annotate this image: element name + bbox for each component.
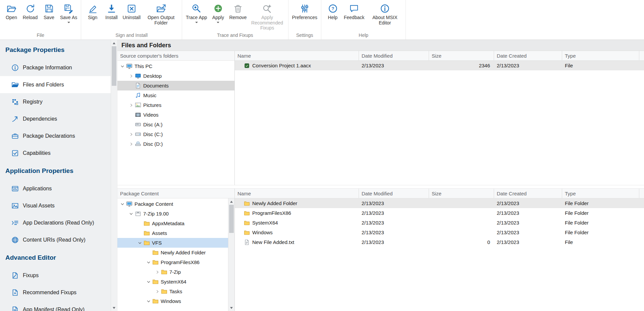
column-header-type[interactable]: Type bbox=[562, 51, 639, 60]
install-button[interactable]: Install bbox=[102, 1, 121, 21]
apply-recommended-fixups-button[interactable]: Apply Recommended Fixups bbox=[249, 1, 286, 32]
sidebar-scrollbar-track[interactable] bbox=[111, 46, 117, 305]
help-button[interactable]: ?Help bbox=[323, 1, 342, 21]
tree-item-programfilesx86[interactable]: ProgramFilesX86 bbox=[117, 257, 234, 267]
date-created-cell: 2/13/2023 bbox=[494, 61, 562, 70]
chevron-collapsed-icon[interactable] bbox=[127, 141, 135, 147]
tree-item-this-pc[interactable]: This PC bbox=[117, 61, 234, 71]
tree-item-desktop[interactable]: Desktop bbox=[117, 71, 234, 81]
column-header-date-modified[interactable]: Date Modified bbox=[359, 51, 429, 60]
chevron-spacer bbox=[127, 83, 135, 88]
feedback-button[interactable]: Feedback bbox=[342, 1, 366, 21]
sidebar-scroll-up-button[interactable] bbox=[111, 40, 117, 46]
tree-item-newly-added-folder[interactable]: Newly Added Folder bbox=[117, 248, 234, 257]
column-header-size[interactable]: Size bbox=[429, 51, 494, 60]
tree-item-music[interactable]: Music bbox=[117, 90, 234, 100]
tree-item-windows[interactable]: Windows bbox=[117, 296, 234, 306]
panel-splitter[interactable] bbox=[117, 185, 644, 188]
msix-editor-window: OpenReloadSaveSave AsFileSignInstallUnin… bbox=[0, 0, 644, 311]
sidebar-item-capabilities[interactable]: Capabilities bbox=[0, 144, 111, 162]
sidebar-item-app-declarations-read-only[interactable]: App Declarations (Read Only) bbox=[0, 214, 111, 231]
sidebar-item-visual-assets[interactable]: Visual Assets bbox=[0, 197, 111, 214]
package-tree-scrollbar[interactable] bbox=[228, 198, 234, 311]
file-row-newly-added-folder[interactable]: Newly Added Folder2/13/20232/13/2023File… bbox=[235, 198, 644, 208]
sidebar-scroll-down-button[interactable] bbox=[111, 305, 117, 311]
chevron-expanded-icon[interactable] bbox=[145, 260, 152, 265]
tree-scrollbar-track[interactable] bbox=[228, 205, 234, 305]
sign-button[interactable]: Sign bbox=[83, 1, 102, 21]
tree-item-vfs[interactable]: VFS bbox=[117, 238, 234, 248]
column-header-date-created[interactable]: Date Created bbox=[494, 51, 562, 60]
tree-item-package-content[interactable]: Package Content bbox=[117, 199, 234, 209]
chevron-expanded-icon[interactable] bbox=[119, 201, 126, 207]
about-msix-editor-button[interactable]: About MSIX Editor bbox=[366, 1, 404, 26]
sidebar-item-app-manifest-read-only[interactable]: App Manifest (Read Only) bbox=[0, 301, 111, 311]
uninstall-button[interactable]: Uninstall bbox=[121, 1, 142, 21]
date-modified-cell: 2/13/2023 bbox=[359, 208, 429, 218]
open-button[interactable]: Open bbox=[2, 1, 21, 21]
chevron-collapsed-icon[interactable] bbox=[127, 103, 135, 108]
chevron-expanded-icon[interactable] bbox=[136, 240, 144, 246]
save-as-button[interactable]: Save As bbox=[58, 1, 79, 24]
tree-item-videos[interactable]: Videos bbox=[117, 110, 234, 120]
sidebar-item-dependencies[interactable]: Dependencies bbox=[0, 110, 111, 127]
chevron-collapsed-icon[interactable] bbox=[127, 132, 135, 137]
file-row-windows[interactable]: Windows2/13/20232/13/2023File Folder bbox=[235, 228, 644, 237]
tree-scroll-up-button[interactable] bbox=[228, 198, 234, 205]
reload-button[interactable]: Reload bbox=[21, 1, 40, 21]
chevron-expanded-icon[interactable] bbox=[145, 279, 152, 285]
sidebar-item-registry[interactable]: Registry bbox=[0, 93, 111, 110]
tree-item-disc-d[interactable]: Disc (D:) bbox=[117, 139, 234, 149]
sidebar-item-content-uris-read-only[interactable]: Content URIs (Read Only) bbox=[0, 231, 111, 248]
sidebar-item-package-declarations[interactable]: Package Declarations bbox=[0, 127, 111, 144]
tree-item-7-zip[interactable]: 7-Zip bbox=[117, 267, 234, 277]
chevron-expanded-icon[interactable] bbox=[145, 299, 152, 304]
save-button[interactable]: Save bbox=[40, 1, 58, 21]
column-header-name[interactable]: Name bbox=[235, 51, 359, 60]
tree-item-systemx64[interactable]: SystemX64 bbox=[117, 277, 234, 287]
tree-item-disc-c[interactable]: Disc (C:) bbox=[117, 129, 234, 139]
chevron-collapsed-icon[interactable] bbox=[154, 289, 161, 294]
column-header-name[interactable]: Name bbox=[235, 189, 359, 198]
chevron-collapsed-icon[interactable] bbox=[127, 73, 135, 79]
file-row-conversion-project-1-aacx[interactable]: Conversion Project 1.aacx2/13/202323462/… bbox=[235, 61, 644, 70]
column-header-type[interactable]: Type bbox=[562, 189, 639, 198]
file-row-programfilesx86[interactable]: ProgramFilesX862/13/20232/13/2023File Fo… bbox=[235, 208, 644, 218]
file-row-new-file-added-txt[interactable]: New File Added.txt2/13/202302/13/2023Fil… bbox=[235, 237, 644, 247]
column-header-date-modified[interactable]: Date Modified bbox=[359, 189, 429, 198]
sidebar-scrollbar[interactable] bbox=[111, 40, 117, 311]
tree-item-pictures[interactable]: Pictures bbox=[117, 100, 234, 110]
tree-item-assets[interactable]: Assets bbox=[117, 228, 234, 238]
dropdown-caret-icon[interactable] bbox=[67, 22, 70, 23]
sidebar-item-recommended-fixups[interactable]: Recommended Fixups bbox=[0, 284, 111, 301]
filler-cell bbox=[639, 208, 644, 218]
remove-button[interactable]: Remove bbox=[227, 1, 248, 21]
dropdown-caret-icon[interactable] bbox=[217, 22, 219, 23]
dropdown-caret-icon[interactable] bbox=[195, 22, 198, 23]
column-header-date-created[interactable]: Date Created bbox=[494, 189, 562, 198]
tree-item-disc-a[interactable]: Disc (A:) bbox=[117, 120, 234, 129]
sidebar-item-fixups[interactable]: Fixups bbox=[0, 267, 111, 284]
tree-item-tasks[interactable]: Tasks bbox=[117, 287, 234, 296]
column-header-size[interactable]: Size bbox=[429, 189, 494, 198]
chevron-expanded-icon[interactable] bbox=[119, 64, 126, 69]
chevron-collapsed-icon[interactable] bbox=[154, 269, 161, 275]
tree-scroll-down-button[interactable] bbox=[228, 305, 234, 311]
sidebar-item-files-and-folders[interactable]: Files and Folders bbox=[0, 76, 111, 93]
tree-item-appxmetadata[interactable]: AppxMetadata bbox=[117, 219, 234, 228]
file-row-systemx64[interactable]: SystemX642/13/20232/13/2023File Folder bbox=[235, 218, 644, 228]
chevron-expanded-icon[interactable] bbox=[127, 211, 135, 216]
trace-app-button[interactable]: Trace App bbox=[184, 1, 209, 24]
preferences-button[interactable]: Preferences bbox=[290, 1, 319, 21]
open-output-folder-button[interactable]: Open Output Folder bbox=[142, 1, 180, 26]
tree-item-documents[interactable]: Documents bbox=[117, 81, 234, 90]
apply-button[interactable]: Apply bbox=[209, 1, 227, 24]
tree-scrollbar-thumb[interactable] bbox=[229, 205, 234, 233]
sidebar-scrollbar-thumb[interactable] bbox=[112, 46, 116, 86]
applications-icon bbox=[11, 185, 19, 192]
tree-item-7-zip-19-00[interactable]: 7-Zip 19.00 bbox=[117, 209, 234, 219]
sidebar-section-advanced-editor: Advanced Editor bbox=[0, 248, 111, 267]
sidebar-item-package-information[interactable]: Package Information bbox=[0, 59, 111, 76]
sidebar-item-applications[interactable]: Applications bbox=[0, 180, 111, 197]
files-and-folders-icon bbox=[11, 81, 19, 88]
